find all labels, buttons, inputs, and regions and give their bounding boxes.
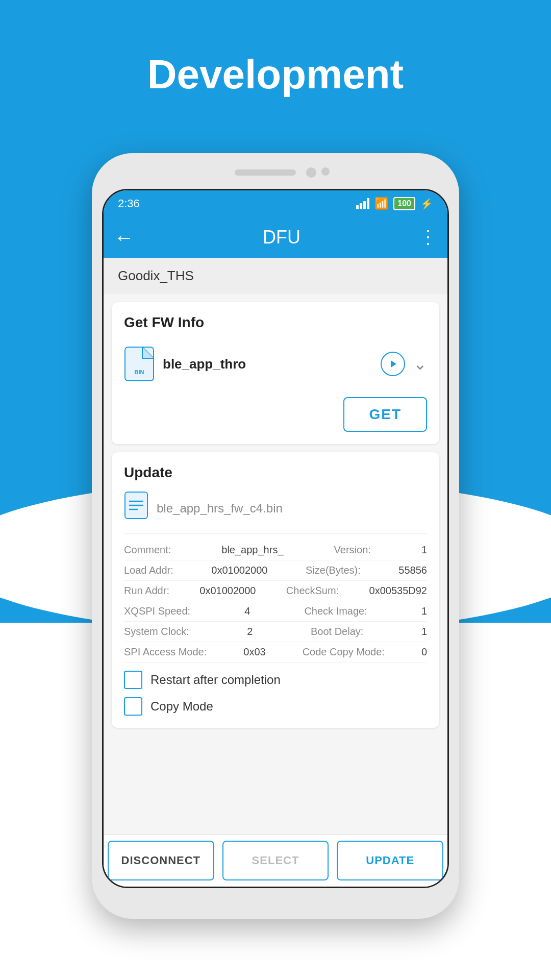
svg-rect-0 (125, 347, 154, 381)
update-file-row: ble_app_hrs_fw_c4.bin (124, 491, 427, 525)
xqspi-value: 4 (244, 605, 250, 617)
size-label: Size(Bytes): (306, 565, 361, 576)
version-label: Version: (334, 544, 371, 556)
restart-label: Restart after completion (151, 673, 281, 687)
more-options-button[interactable]: ⋮ (419, 227, 437, 248)
info-row-sysclock: System Clock: 2 Boot Delay: 1 (124, 622, 427, 642)
comment-label: Comment: (124, 544, 171, 556)
comment-value: ble_app_hrs_ (221, 544, 283, 556)
boot-delay-label: Boot Delay: (311, 626, 363, 638)
charging-icon: ⚡ (420, 198, 433, 210)
info-row-loadaddr: Load Addr: 0x01002000 Size(Bytes): 55856 (124, 560, 427, 581)
bin-file-icon: BIN (124, 346, 155, 382)
phone-screen: 2:36 📶 100 ⚡ ← DFU ⋮ (102, 189, 449, 888)
select-button[interactable]: SELECT (222, 841, 329, 880)
expand-button[interactable]: ⌄ (413, 354, 427, 374)
copy-mode-label: Copy Mode (151, 699, 213, 714)
update-title: Update (124, 464, 427, 481)
info-row-runaddr: Run Addr: 0x01002000 CheckSum: 0x00535D9… (124, 581, 427, 601)
update-file-name: ble_app_hrs_fw_c4.bin (157, 501, 283, 516)
restart-checkbox-row: Restart after completion (124, 671, 427, 689)
fw-file-row: BIN ble_app_thro ⌄ (124, 341, 427, 387)
status-bar: 2:36 📶 100 ⚡ (104, 190, 447, 217)
get-fw-title: Get FW Info (124, 314, 427, 331)
boot-delay-value: 1 (421, 626, 427, 638)
restart-checkbox[interactable] (124, 671, 142, 689)
spi-value: 0x03 (243, 646, 265, 658)
size-value: 55856 (398, 565, 427, 576)
load-addr-value: 0x01002000 (211, 565, 267, 576)
sysclock-label: System Clock: (124, 626, 189, 638)
status-time: 2:36 (118, 197, 140, 210)
sysclock-value: 2 (247, 626, 253, 638)
app-title: DFU (144, 227, 419, 248)
run-addr-value: 0x01002000 (199, 585, 256, 597)
info-row-spi: SPI Access Mode: 0x03 Code Copy Mode: 0 (124, 642, 427, 663)
play-button[interactable] (381, 352, 405, 376)
check-image-value: 1 (421, 605, 427, 617)
phone-speaker (235, 169, 296, 176)
fw-info-grid: Comment: ble_app_hrs_ Version: 1 Load Ad… (124, 533, 427, 663)
copy-mode-checkbox[interactable] (124, 697, 142, 716)
svg-marker-2 (391, 360, 396, 368)
fw-file-name: ble_app_thro (163, 356, 372, 372)
code-copy-label: Code Copy Mode: (303, 646, 385, 658)
copy-mode-checkbox-row: Copy Mode (124, 697, 427, 716)
update-button[interactable]: UPDATE (337, 841, 443, 880)
version-value: 1 (421, 544, 427, 556)
get-fw-card: Get FW Info BIN ble_app_thro (112, 302, 439, 444)
device-name: Goodix_THS (104, 258, 447, 294)
check-image-label: Check Image: (304, 605, 367, 617)
info-row-xqspi: XQSPI Speed: 4 Check Image: 1 (124, 601, 427, 622)
back-button[interactable]: ← (114, 226, 134, 249)
run-addr-label: Run Addr: (124, 585, 169, 597)
checksum-value: 0x00535D92 (369, 585, 427, 597)
battery-indicator: 100 (393, 197, 415, 210)
load-addr-label: Load Addr: (124, 565, 173, 576)
bottom-action-buttons: DISCONNECT SELECT UPDATE (104, 834, 447, 887)
checksum-label: CheckSum: (286, 585, 339, 597)
svg-text:BIN: BIN (135, 369, 144, 375)
phone-dot (306, 167, 316, 178)
disconnect-button[interactable]: DISCONNECT (108, 841, 214, 880)
update-card: Update ble_app_hrs_fw_c4.bin (112, 452, 439, 728)
signal-icon (356, 198, 369, 209)
info-row-comment: Comment: ble_app_hrs_ Version: 1 (124, 540, 427, 560)
code-copy-value: 0 (421, 646, 427, 658)
doc-file-icon (124, 491, 148, 525)
phone-frame: 2:36 📶 100 ⚡ ← DFU ⋮ (92, 153, 459, 919)
status-icons: 📶 100 ⚡ (356, 197, 433, 210)
wifi-icon: 📶 (374, 197, 388, 210)
xqspi-label: XQSPI Speed: (124, 605, 190, 617)
spi-label: SPI Access Mode: (124, 646, 207, 658)
phone-dot2 (321, 167, 330, 176)
content-area: Get FW Info BIN ble_app_thro (104, 294, 447, 888)
page-background-title: Development (0, 51, 551, 98)
app-bar: ← DFU ⋮ (104, 217, 447, 258)
get-button[interactable]: GET (343, 397, 427, 432)
